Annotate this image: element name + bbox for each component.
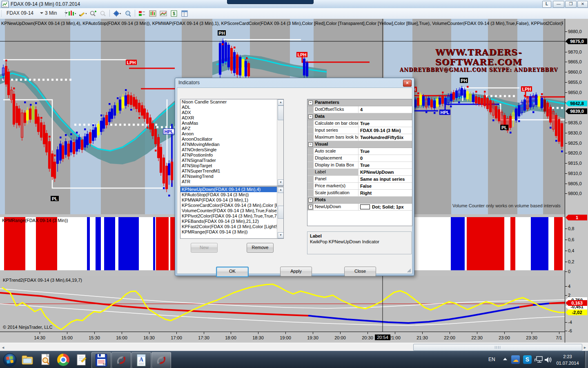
list-item[interactable]: Aroon [180, 131, 283, 137]
property-row[interactable]: Auto scaleTrue [307, 148, 412, 155]
property-row[interactable]: Price marker(s)False [307, 183, 412, 190]
tray-network-icon[interactable] [534, 356, 543, 364]
snapshot-icon[interactable] [159, 10, 167, 17]
list-item[interactable]: ATNMovingMedian [180, 142, 283, 147]
list-scrollbar[interactable]: ▲▼ [277, 187, 283, 238]
taskbar-app-document[interactable]: A [131, 352, 151, 368]
time-axis[interactable]: 14:3015:0015:3016:0016:3017:0017:3018:00… [0, 332, 565, 343]
property-row[interactable]: LabelKPNewUpDown [307, 169, 412, 176]
list-item[interactable]: ATNSignalTrader [180, 158, 283, 163]
language-indicator[interactable]: EN [488, 357, 495, 362]
list-item[interactable]: ATNswingTrend [180, 174, 283, 179]
property-row[interactable]: Calculate on bar closeTrue [307, 120, 412, 127]
expand-icon[interactable]: + [308, 205, 313, 209]
list-item[interactable]: VolumeCounter(FDAX 09-14 (3 Min),True,Fa… [180, 208, 283, 213]
list-item[interactable]: Nison Candle Scanner [180, 99, 283, 105]
property-row[interactable]: Display in Data BoxTrue [307, 162, 412, 169]
property-row[interactable]: +NewUpDownDot; Solid; 1px [307, 204, 412, 211]
property-section-header[interactable]: −Parameters [307, 99, 412, 106]
interval-dropdown[interactable]: 3 Min [42, 9, 69, 18]
property-row[interactable]: Displacement0 [307, 155, 412, 162]
plot-color-swatch[interactable] [360, 204, 370, 209]
close-button[interactable]: ✕ [577, 1, 588, 8]
taskbar-app-quik64[interactable]: 64 [91, 352, 111, 368]
magnifier-icon[interactable] [124, 10, 132, 17]
collapse-icon[interactable]: − [308, 142, 313, 147]
scrollbar-thumb[interactable] [413, 344, 582, 351]
new-button[interactable]: New [191, 243, 218, 253]
list-item[interactable]: ADXR [180, 115, 283, 121]
list-item[interactable]: KPScoreCardColor(FDAX 09-14 (3 Min),Colo… [180, 203, 283, 208]
chrome-icon[interactable] [57, 354, 71, 368]
collapse-icon[interactable]: − [308, 198, 313, 202]
indicators-dialog[interactable]: Indicators ✕ Nison Candle ScannerADLADXA… [175, 78, 414, 276]
list-item[interactable]: ATNSuperTrendM1 [180, 168, 283, 174]
list-item[interactable]: ADL [180, 105, 283, 110]
chart-style-icon[interactable] [68, 10, 76, 17]
notepad-icon[interactable] [75, 353, 89, 368]
list-item[interactable]: KPEBands(FDAX 09-14 (3 Min),21,12) [180, 219, 283, 224]
toolbar-drag-handle[interactable] [1, 10, 2, 17]
order-entry-icon[interactable] [138, 10, 146, 17]
indicator-properties-grid[interactable]: −ParametersDotOffsetTicks4−DataCalculate… [307, 99, 412, 226]
minimize-button[interactable]: — [553, 1, 564, 8]
remove-button[interactable]: Remove [247, 243, 274, 253]
list-item[interactable]: KPMRange(FDAX 09-14 (3 Min)) [180, 229, 283, 235]
list-item[interactable]: APZ [180, 126, 283, 131]
property-section-header[interactable]: −Visual [307, 141, 412, 148]
crosshair-icon[interactable] [113, 10, 121, 17]
scrollbar-thumb[interactable] [278, 206, 284, 219]
collapse-icon[interactable]: − [308, 114, 313, 119]
scroll-up-icon[interactable]: ▲ [278, 99, 284, 105]
property-row[interactable]: Scale justificationRight [307, 190, 412, 197]
property-section-header[interactable]: −Plots [307, 197, 412, 204]
zoom-in-icon[interactable] [89, 10, 97, 17]
collapse-icon[interactable]: − [308, 101, 313, 105]
available-indicators-list[interactable]: Nison Candle ScannerADLADXADXRAnaMasAPZA… [180, 99, 284, 186]
drawing-tools-icon[interactable] [78, 10, 87, 17]
list-item[interactable]: KPPivot2Color(FDAX 09-14 (3 Min),True,Tr… [180, 213, 283, 219]
list-item[interactable]: AroonOscillator [180, 137, 283, 142]
tray-skype-icon[interactable]: S [523, 355, 532, 364]
property-row[interactable]: Maximum bars look baTwoHundredFiftySix [307, 134, 412, 141]
configured-indicators-list[interactable]: KPNewUpDown(FDAX 09-14 (3 Min),4)KPAutoS… [180, 186, 284, 239]
taskbar-app-ninjatrader-active[interactable] [151, 352, 171, 368]
list-item[interactable]: ATR [180, 179, 283, 184]
apply-button[interactable]: Apply [280, 267, 312, 276]
property-row[interactable]: DotOffsetTicks4 [307, 106, 412, 113]
tray-volume-icon[interactable] [543, 356, 552, 364]
list-item[interactable]: KPAutoStop(FDAX 09-14 (3 Min)) [180, 192, 283, 197]
scroll-left-icon[interactable]: ◄ [1, 346, 5, 350]
link-button[interactable]: L [542, 1, 551, 8]
search-document-icon[interactable] [39, 353, 53, 368]
list-scrollbar[interactable]: ▲▼ [277, 99, 283, 186]
start-button[interactable] [2, 352, 16, 367]
list-item[interactable]: ATNPostionInfo [180, 153, 283, 158]
list-item[interactable]: AnaMas [180, 121, 283, 126]
list-item[interactable]: ATNOrdersSingle [180, 147, 283, 153]
list-item[interactable]: KPNewUpDown(FDAX 09-14 (3 Min),4) [180, 187, 283, 192]
property-row[interactable]: Input seriesFDAX 09-14 (3 Min) [307, 127, 412, 134]
instrument-dropdown[interactable]: FDAX 09-14 [4, 9, 44, 18]
dialog-resize-grip[interactable] [407, 268, 411, 272]
scroll-down-icon[interactable]: ▼ [278, 232, 284, 238]
chart-trader-icon[interactable] [149, 10, 157, 17]
horizontal-scrollbar[interactable]: ◄ ► [0, 343, 588, 351]
property-row[interactable]: PanelSame as input series [307, 176, 412, 183]
ok-button[interactable]: OK [216, 267, 249, 277]
tray-expand-icon[interactable] [503, 358, 507, 360]
list-item[interactable]: KPMWAP(FDAX 09-14 (3 Min),1) [180, 197, 283, 203]
explorer-icon[interactable] [21, 354, 35, 368]
scroll-up-icon[interactable]: ▲ [278, 187, 284, 193]
list-item[interactable]: ATNStopTarget [180, 163, 283, 168]
scroll-right-icon[interactable]: ► [583, 346, 587, 350]
taskbar-clock[interactable]: 2:23 01.07.2014 [552, 353, 583, 366]
scroll-down-icon[interactable]: ▼ [278, 180, 284, 186]
kptrend2-panel[interactable] [0, 276, 565, 332]
tray-cloud-icon[interactable]: ☁ [511, 355, 520, 364]
show-desktop-button[interactable] [584, 351, 588, 368]
dialog-close-icon[interactable]: ✕ [403, 80, 412, 87]
property-section-header[interactable]: −Data [307, 113, 412, 120]
price-axis[interactable]: 9880,09875,09870,09865,09860,09855,09850… [565, 19, 588, 343]
list-item[interactable]: ADX [180, 110, 283, 115]
